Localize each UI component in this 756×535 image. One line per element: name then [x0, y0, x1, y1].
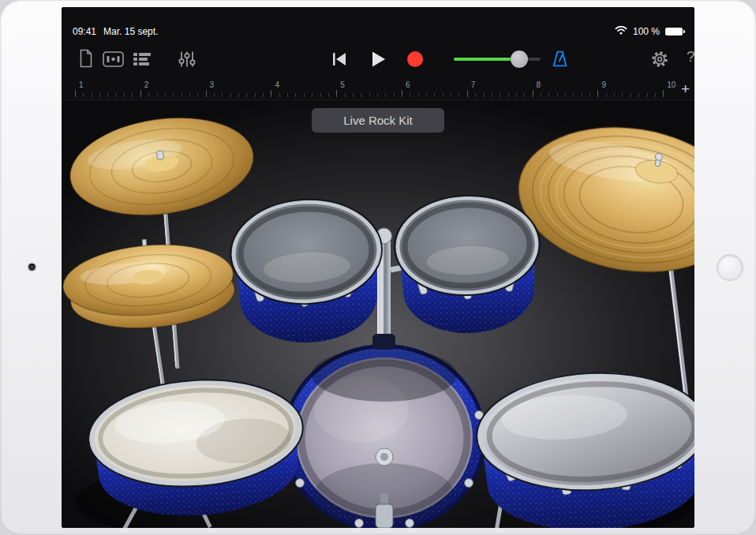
- garageband-screen: 09:41 Mar. 15 sept. 100 %: [62, 7, 694, 528]
- ruler-tick-minor: [107, 93, 108, 97]
- ruler[interactable]: + 12345678910: [62, 78, 694, 100]
- ruler-tick-minor: [361, 93, 361, 97]
- volume-slider[interactable]: [454, 58, 541, 61]
- ruler-tick-minor: [92, 93, 92, 97]
- ruler-tick-minor: [451, 93, 451, 97]
- status-date: Mar. 15 sept.: [103, 26, 158, 37]
- ruler-tick-minor: [508, 93, 509, 97]
- ruler-tick-minor: [631, 93, 631, 97]
- ruler-tick-minor: [410, 93, 410, 97]
- ruler-bar-number: 9: [601, 80, 606, 89]
- ruler-tick-minor: [565, 93, 566, 97]
- settings-button[interactable]: [650, 50, 669, 71]
- ruler-tick-minor: [548, 93, 549, 97]
- help-button[interactable]: ?: [687, 48, 694, 65]
- ruler-tick-minor: [500, 93, 500, 97]
- ruler-tick-minor: [492, 93, 492, 97]
- ruler-tick-minor: [622, 93, 623, 97]
- ruler-tick-minor: [312, 93, 313, 97]
- battery-icon: [665, 28, 685, 36]
- ruler-tick-minor: [328, 93, 329, 97]
- gear-icon: [650, 50, 669, 71]
- ruler-bar-number: 6: [406, 80, 410, 89]
- ruler-tick-minor: [484, 93, 485, 97]
- ruler-tick-minor: [369, 93, 370, 97]
- volume-slider-knob[interactable]: [511, 51, 528, 68]
- ruler-tick-minor: [304, 93, 305, 97]
- ruler-tick-minor: [655, 93, 656, 97]
- ruler-tick-minor: [238, 93, 239, 97]
- battery-percentage: 100 %: [633, 26, 660, 37]
- wifi-icon: [615, 25, 627, 37]
- ruler-bar-number: 8: [537, 80, 541, 89]
- play-button[interactable]: [369, 50, 387, 71]
- ruler-tick-minor: [443, 93, 443, 97]
- ruler-tick-minor: [148, 93, 149, 97]
- ruler-tick-minor: [638, 93, 639, 97]
- ruler-tick-minor: [279, 93, 280, 97]
- hi-hat[interactable]: [62, 232, 237, 335]
- ruler-bar-number: 5: [340, 80, 345, 89]
- status-time: 09:41: [73, 26, 96, 37]
- ruler-tick-minor: [320, 93, 321, 97]
- ruler-tick-minor: [124, 93, 125, 97]
- ruler-tick-minor: [516, 93, 517, 97]
- ruler-tick-minor: [377, 93, 378, 97]
- ruler-tick-major: [533, 90, 533, 97]
- ruler-tick-major: [206, 90, 207, 97]
- record-button[interactable]: [407, 51, 423, 67]
- ruler-bar-number: 4: [275, 80, 279, 89]
- ruler-tick-minor: [214, 93, 215, 97]
- ruler-tick-minor: [458, 93, 459, 97]
- ruler-tick-minor: [295, 93, 296, 97]
- ruler-tick-minor: [83, 93, 84, 97]
- ruler-tick-minor: [255, 93, 256, 97]
- instrument-view-button[interactable]: [103, 51, 124, 69]
- high-tom[interactable]: [228, 196, 387, 346]
- home-button[interactable]: [717, 254, 743, 281]
- ruler-tick-minor: [385, 93, 386, 97]
- ruler-tick-minor: [582, 93, 582, 97]
- ruler-tick-minor: [524, 93, 525, 97]
- ruler-tick-major: [663, 90, 664, 97]
- track-controls-button[interactable]: [178, 51, 196, 70]
- ruler-tick-minor: [614, 93, 615, 97]
- ruler-tick-minor: [541, 93, 541, 97]
- metronome-icon: [551, 50, 569, 70]
- tracks-view-button[interactable]: [133, 51, 152, 69]
- ruler-tick-minor: [132, 93, 133, 97]
- mid-tom[interactable]: [393, 193, 543, 335]
- ruler-tick-minor: [394, 93, 395, 97]
- ruler-tick-major: [140, 90, 141, 97]
- floor-tom[interactable]: [473, 367, 694, 528]
- ruler-tick-minor: [606, 93, 607, 97]
- ruler-tick-minor: [345, 93, 346, 97]
- add-bars-button[interactable]: +: [681, 79, 690, 99]
- ruler-tick-major: [467, 90, 468, 97]
- skip-to-beginning-button[interactable]: [331, 51, 348, 70]
- metronome-button[interactable]: [551, 50, 569, 70]
- record-icon: [407, 51, 423, 67]
- ruler-tick-minor: [647, 93, 648, 97]
- ruler-tick-minor: [157, 93, 158, 97]
- ruler-tick-minor: [475, 93, 476, 97]
- ruler-tick-minor: [116, 93, 117, 97]
- skip-to-beginning-icon: [331, 51, 348, 70]
- play-icon: [369, 50, 387, 71]
- ruler-tick-major: [271, 90, 271, 97]
- crash-cymbal[interactable]: [64, 107, 260, 226]
- drum-kit: [62, 100, 694, 528]
- ipad-device: 09:41 Mar. 15 sept. 100 %: [0, 0, 756, 535]
- my-songs-button[interactable]: [78, 49, 94, 70]
- ruler-tick-minor: [173, 93, 174, 97]
- ruler-tick-major: [402, 90, 402, 97]
- ruler-tick-minor: [263, 93, 264, 97]
- volume-slider-fill: [454, 58, 519, 61]
- ruler-bar-number: 10: [667, 80, 676, 89]
- ruler-bar-number: 3: [210, 80, 215, 89]
- ruler-tick-major: [336, 90, 337, 97]
- help-icon: ?: [687, 48, 694, 65]
- ruler-tick-major: [75, 90, 76, 97]
- ruler-tick-minor: [182, 93, 182, 97]
- document-icon: [78, 49, 94, 70]
